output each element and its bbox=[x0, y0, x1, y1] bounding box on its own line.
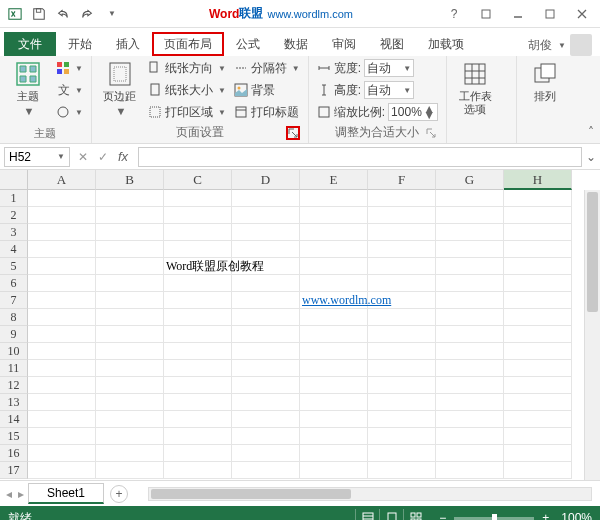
cell-B16[interactable] bbox=[96, 445, 164, 462]
cell-E1[interactable] bbox=[300, 190, 368, 207]
cell-F15[interactable] bbox=[368, 428, 436, 445]
normal-view-icon[interactable] bbox=[355, 509, 379, 520]
column-header-E[interactable]: E bbox=[300, 170, 368, 190]
tab-page-layout[interactable]: 页面布局 bbox=[152, 32, 224, 56]
cell-C6[interactable] bbox=[164, 275, 232, 292]
row-header-13[interactable]: 13 bbox=[0, 394, 28, 411]
arrange-button[interactable]: 排列 bbox=[523, 58, 567, 105]
cell-C12[interactable] bbox=[164, 377, 232, 394]
cell-A17[interactable] bbox=[28, 462, 96, 479]
tab-formulas[interactable]: 公式 bbox=[224, 32, 272, 56]
cell-D14[interactable] bbox=[232, 411, 300, 428]
cell-G1[interactable] bbox=[436, 190, 504, 207]
cell-B4[interactable] bbox=[96, 241, 164, 258]
cell-C2[interactable] bbox=[164, 207, 232, 224]
cell-E4[interactable] bbox=[300, 241, 368, 258]
row-header-17[interactable]: 17 bbox=[0, 462, 28, 479]
margins-button[interactable]: 页边距 ▼ bbox=[98, 58, 142, 120]
cell-C7[interactable] bbox=[164, 292, 232, 309]
column-header-D[interactable]: D bbox=[232, 170, 300, 190]
cell-A4[interactable] bbox=[28, 241, 96, 258]
cell-H2[interactable] bbox=[504, 207, 572, 224]
size-button[interactable]: 纸张大小▼ bbox=[146, 80, 228, 100]
cell-A11[interactable] bbox=[28, 360, 96, 377]
cell-C11[interactable] bbox=[164, 360, 232, 377]
cell-D6[interactable] bbox=[232, 275, 300, 292]
row-header-16[interactable]: 16 bbox=[0, 445, 28, 462]
column-header-H[interactable]: H bbox=[504, 170, 572, 190]
cell-A1[interactable] bbox=[28, 190, 96, 207]
zoom-slider-thumb[interactable] bbox=[492, 514, 497, 521]
row-header-5[interactable]: 5 bbox=[0, 258, 28, 275]
row-header-7[interactable]: 7 bbox=[0, 292, 28, 309]
cell-E8[interactable] bbox=[300, 309, 368, 326]
maximize-icon[interactable] bbox=[536, 3, 564, 25]
tab-addins[interactable]: 加载项 bbox=[416, 32, 476, 56]
cell-G3[interactable] bbox=[436, 224, 504, 241]
close-icon[interactable] bbox=[568, 3, 596, 25]
row-header-8[interactable]: 8 bbox=[0, 309, 28, 326]
cell-H3[interactable] bbox=[504, 224, 572, 241]
cell-H10[interactable] bbox=[504, 343, 572, 360]
cell-F12[interactable] bbox=[368, 377, 436, 394]
qat-dropdown-icon[interactable]: ▼ bbox=[100, 3, 122, 25]
cell-G8[interactable] bbox=[436, 309, 504, 326]
cell-B17[interactable] bbox=[96, 462, 164, 479]
horizontal-scrollbar[interactable] bbox=[148, 487, 592, 501]
cell-A13[interactable] bbox=[28, 394, 96, 411]
cell-C10[interactable] bbox=[164, 343, 232, 360]
cell-A8[interactable] bbox=[28, 309, 96, 326]
cell-F8[interactable] bbox=[368, 309, 436, 326]
cell-A16[interactable] bbox=[28, 445, 96, 462]
cell-G6[interactable] bbox=[436, 275, 504, 292]
zoom-in-icon[interactable]: + bbox=[538, 511, 553, 520]
zoom-out-icon[interactable]: − bbox=[435, 511, 450, 520]
row-header-3[interactable]: 3 bbox=[0, 224, 28, 241]
sheet-nav-last-icon[interactable]: ▸ bbox=[16, 487, 26, 501]
cell-G5[interactable] bbox=[436, 258, 504, 275]
new-sheet-button[interactable]: + bbox=[110, 485, 128, 503]
cell-D16[interactable] bbox=[232, 445, 300, 462]
effects-button[interactable]: ▼ bbox=[54, 102, 85, 122]
row-header-10[interactable]: 10 bbox=[0, 343, 28, 360]
cell-B7[interactable] bbox=[96, 292, 164, 309]
width-input[interactable]: 自动▼ bbox=[364, 59, 414, 77]
cell-E3[interactable] bbox=[300, 224, 368, 241]
tab-view[interactable]: 视图 bbox=[368, 32, 416, 56]
cell-D10[interactable] bbox=[232, 343, 300, 360]
tab-home[interactable]: 开始 bbox=[56, 32, 104, 56]
cell-G14[interactable] bbox=[436, 411, 504, 428]
row-header-1[interactable]: 1 bbox=[0, 190, 28, 207]
cell-D3[interactable] bbox=[232, 224, 300, 241]
height-input[interactable]: 自动▼ bbox=[364, 81, 414, 99]
cell-D13[interactable] bbox=[232, 394, 300, 411]
cell-B10[interactable] bbox=[96, 343, 164, 360]
cell-B3[interactable] bbox=[96, 224, 164, 241]
zoom-slider-track[interactable] bbox=[454, 517, 534, 520]
cell-G17[interactable] bbox=[436, 462, 504, 479]
cell-E7[interactable]: www.wordlm.com bbox=[300, 292, 368, 309]
row-header-2[interactable]: 2 bbox=[0, 207, 28, 224]
cell-F1[interactable] bbox=[368, 190, 436, 207]
cell-H9[interactable] bbox=[504, 326, 572, 343]
cell-B2[interactable] bbox=[96, 207, 164, 224]
cell-A14[interactable] bbox=[28, 411, 96, 428]
column-header-C[interactable]: C bbox=[164, 170, 232, 190]
cell-C8[interactable] bbox=[164, 309, 232, 326]
column-header-B[interactable]: B bbox=[96, 170, 164, 190]
cell-E10[interactable] bbox=[300, 343, 368, 360]
cell-B13[interactable] bbox=[96, 394, 164, 411]
formula-input[interactable] bbox=[138, 147, 582, 167]
cell-E16[interactable] bbox=[300, 445, 368, 462]
breaks-button[interactable]: 分隔符▼ bbox=[232, 58, 302, 78]
cell-C5[interactable]: Word联盟原创教程 bbox=[164, 258, 232, 275]
cell-C1[interactable] bbox=[164, 190, 232, 207]
cell-E6[interactable] bbox=[300, 275, 368, 292]
row-header-12[interactable]: 12 bbox=[0, 377, 28, 394]
row-header-6[interactable]: 6 bbox=[0, 275, 28, 292]
cell-G2[interactable] bbox=[436, 207, 504, 224]
cell-E13[interactable] bbox=[300, 394, 368, 411]
cell-F7[interactable] bbox=[368, 292, 436, 309]
cell-D11[interactable] bbox=[232, 360, 300, 377]
minimize-icon[interactable] bbox=[504, 3, 532, 25]
